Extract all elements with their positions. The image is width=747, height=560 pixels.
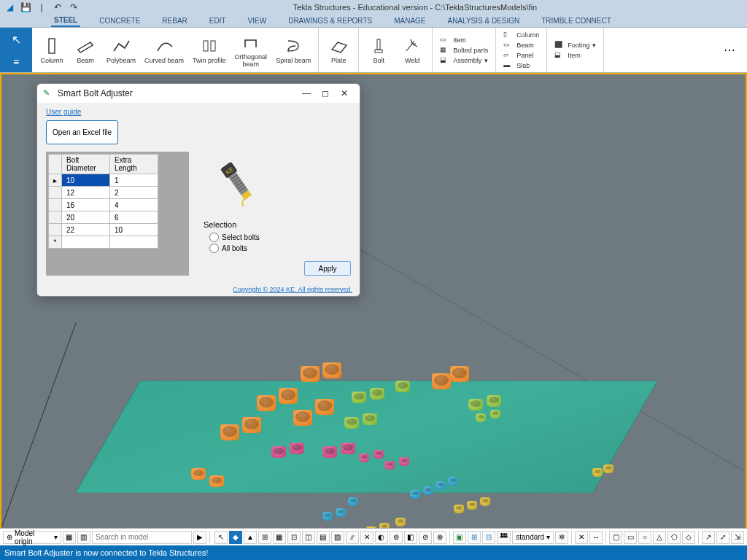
column2-button[interactable]: ▯Column xyxy=(503,30,539,40)
cell[interactable]: 2 xyxy=(110,187,158,199)
col-extra-length[interactable]: Extra Length xyxy=(110,155,158,174)
menu-icon[interactable]: ≡ xyxy=(13,56,19,68)
save-icon[interactable]: 💾 xyxy=(20,2,31,12)
tool-btn[interactable]: ⤢ xyxy=(716,531,729,544)
cell[interactable]: 20 xyxy=(62,211,110,224)
table-row[interactable]: 122 xyxy=(49,187,158,199)
tab-edit[interactable]: EDIT xyxy=(206,15,229,26)
bolted-parts-button[interactable]: ▦Bolted parts xyxy=(440,45,488,55)
tab-trimble[interactable]: TRIMBLE CONNECT xyxy=(538,15,614,26)
tool-btn[interactable]: ✕ xyxy=(575,531,588,544)
cell[interactable] xyxy=(62,236,110,249)
assembly-button[interactable]: ⬓Assembly ▾ xyxy=(440,55,488,66)
tool-btn[interactable]: ⊚ xyxy=(390,531,403,544)
slab-button[interactable]: ▬Slab xyxy=(503,61,539,71)
user-guide-link[interactable]: User guide xyxy=(46,108,81,116)
close-button[interactable]: ✕ xyxy=(335,86,354,101)
tab-concrete[interactable]: CONCRETE xyxy=(96,15,143,26)
tool-btn[interactable]: ⊞ xyxy=(468,531,481,544)
table-row-new[interactable]: * xyxy=(49,236,158,249)
dialog-footer-link[interactable]: Copyright © 2024 KE. All rights reserved… xyxy=(37,283,360,296)
apply-button[interactable]: Apply xyxy=(304,261,351,276)
plate-button[interactable]: Plate xyxy=(322,33,355,68)
tool-btn[interactable]: ◫ xyxy=(302,531,315,544)
bolt-button[interactable]: Bolt xyxy=(362,33,395,68)
col-bolt-diameter[interactable]: Bolt Diameter xyxy=(62,155,110,174)
cell[interactable]: 10 xyxy=(62,174,110,187)
tool-btn[interactable]: ⫽ xyxy=(346,531,359,544)
minimize-button[interactable]: — xyxy=(297,86,316,101)
dialog-titlebar[interactable]: ✎ Smart Bolt Adjuster — ◻ ✕ xyxy=(37,84,360,103)
item-button[interactable]: ▭Item xyxy=(440,35,488,45)
tool-btn[interactable]: ▭ xyxy=(624,531,637,544)
tool-btn[interactable]: ▲ xyxy=(244,531,257,544)
tool-btn[interactable]: ⊡ xyxy=(287,531,301,544)
tool-btn[interactable]: ▤ xyxy=(317,531,330,544)
cell[interactable]: 22 xyxy=(62,224,110,236)
panel-button[interactable]: ▱Panel xyxy=(503,50,539,61)
search-go-button[interactable]: ▶ xyxy=(193,531,206,544)
polybeam-button[interactable]: Polybeam xyxy=(102,33,140,68)
table-row[interactable]: 206 xyxy=(49,211,158,224)
tool-btn[interactable]: ↗ xyxy=(702,531,715,544)
table-row[interactable]: 164 xyxy=(49,199,158,211)
item2-button[interactable]: ⬓Item xyxy=(554,50,596,61)
tool-btn[interactable]: ▢ xyxy=(609,531,622,544)
more-button[interactable]: ⋯ xyxy=(715,37,744,63)
tool-btn[interactable]: ✕ xyxy=(360,531,374,544)
cell[interactable]: 10 xyxy=(110,224,158,236)
redo-icon[interactable]: ↷ xyxy=(69,2,79,12)
tool-btn[interactable]: ▦ xyxy=(63,531,76,544)
tool-btn[interactable]: ⇲ xyxy=(731,531,744,544)
tool-btn[interactable]: ✲ xyxy=(555,531,568,544)
tool-btn[interactable]: ⊘ xyxy=(419,531,432,544)
tab-analysis[interactable]: ANALYSIS & DESIGN xyxy=(445,15,523,26)
tool-btn[interactable]: ⬠ xyxy=(667,531,681,544)
tool-btn[interactable]: △ xyxy=(653,531,666,544)
table-row[interactable]: ▸ 10 1 xyxy=(49,174,158,187)
orthogonal-beam-button[interactable]: Orthogonal beam xyxy=(231,29,272,71)
tool-btn[interactable]: ▨ xyxy=(331,531,344,544)
footing-button[interactable]: ⬛Footing ▾ xyxy=(554,40,596,50)
radio-select-bolts[interactable]: Select bolts xyxy=(204,232,351,243)
tool-btn[interactable]: ᚙ xyxy=(497,531,511,544)
tool-btn[interactable]: ⊞ xyxy=(258,531,271,544)
maximize-button[interactable]: ◻ xyxy=(316,86,335,101)
standard-dropdown[interactable]: standard ▾ xyxy=(512,531,554,544)
tab-drawings[interactable]: DRAWINGS & REPORTS xyxy=(285,15,375,26)
column-button[interactable]: Column xyxy=(35,33,69,68)
tool-btn[interactable]: ◧ xyxy=(404,531,417,544)
cell[interactable]: 4 xyxy=(110,199,158,211)
tool-btn[interactable]: ▥ xyxy=(77,531,90,544)
beam-button[interactable]: Beam xyxy=(69,33,102,68)
spiral-beam-button[interactable]: Spiral beam xyxy=(271,33,315,68)
beam2-button[interactable]: ▭Beam xyxy=(503,40,539,50)
table-row[interactable]: 2210 xyxy=(49,224,158,236)
cell[interactable]: 6 xyxy=(110,211,158,224)
search-input[interactable] xyxy=(92,531,192,544)
tab-rebar[interactable]: REBAR xyxy=(159,15,190,26)
tool-btn[interactable]: ▣ xyxy=(453,531,466,544)
tool-btn[interactable]: ↖ xyxy=(214,531,228,544)
tab-manage[interactable]: MANAGE xyxy=(391,15,428,26)
cell[interactable]: 12 xyxy=(62,187,110,199)
ribbon-file-strip[interactable]: ↖ ≡ xyxy=(0,28,32,72)
radio-all-bolts[interactable]: All bolts xyxy=(204,243,351,254)
tool-btn[interactable]: ◇ xyxy=(682,531,695,544)
tool-btn[interactable]: ⊗ xyxy=(433,531,446,544)
bolt-table[interactable]: Bolt Diameter Extra Length ▸ 10 1 122 16… xyxy=(48,154,158,249)
weld-button[interactable]: Weld xyxy=(395,33,429,68)
radio-input[interactable] xyxy=(209,244,219,253)
tool-btn[interactable]: ↔ xyxy=(589,531,603,544)
curved-beam-button[interactable]: Curved beam xyxy=(140,33,188,68)
tab-steel[interactable]: STEEL xyxy=(51,15,80,27)
tool-btn[interactable]: ⊟ xyxy=(482,531,495,544)
tab-view[interactable]: VIEW xyxy=(245,15,270,26)
cursor-icon[interactable]: ↖ xyxy=(12,33,21,47)
tool-btn[interactable]: ○ xyxy=(638,531,651,544)
tool-btn[interactable]: ◐ xyxy=(375,531,388,544)
undo-icon[interactable]: ↶ xyxy=(53,2,63,12)
tool-btn[interactable]: ◆ xyxy=(229,531,242,544)
model-origin-dropdown[interactable]: ⊕ Model origin ▾ xyxy=(3,531,61,544)
radio-input[interactable] xyxy=(209,233,219,242)
